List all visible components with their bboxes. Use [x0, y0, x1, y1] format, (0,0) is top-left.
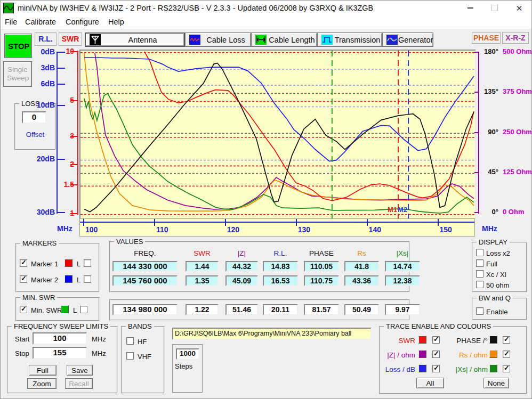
min-swr-rs-value: 50.49 [344, 304, 379, 315]
sweep-save-button[interactable]: Save [67, 365, 93, 376]
display-lossx2-label: Loss x2 [486, 249, 510, 257]
tab-return-loss[interactable]: R.L. [35, 32, 57, 46]
marker2-checkbox[interactable] [20, 275, 27, 283]
x-tick [154, 219, 155, 226]
marker2-lock-checkbox[interactable] [84, 275, 91, 283]
trace-rs-checkbox[interactable] [503, 351, 510, 358]
x-tick-label: 120 [227, 225, 239, 234]
trace-enable-group-title: TRACE ENABLE AND COLOURS [384, 322, 493, 330]
display-lossx2-checkbox[interactable] [476, 249, 483, 256]
trace-z-swatch[interactable] [418, 350, 426, 358]
min-swr-color-swatch[interactable] [61, 305, 69, 313]
x-axis-line [80, 222, 474, 223]
x-tick [225, 219, 226, 226]
display-full-checkbox[interactable] [476, 259, 483, 267]
trace-xs [84, 93, 474, 213]
sweep-stop-input[interactable]: 155 [33, 347, 87, 359]
trace-none-button[interactable]: None [483, 378, 509, 388]
menu-calibrate[interactable]: Calibrate [22, 17, 59, 28]
menu-file[interactable]: File [2, 17, 20, 28]
marker2-z-value: 45.09 [225, 275, 258, 286]
marker1-color-swatch[interactable] [65, 259, 72, 267]
minimize-icon [467, 7, 473, 9]
trace-z-label: |Z| / ohm [377, 351, 415, 359]
axis-label: 30dB [34, 208, 55, 216]
tab-swr[interactable]: SWR [59, 32, 82, 46]
trace-loss-swatch[interactable] [418, 364, 426, 372]
sweep-limits-group-title: FREQUENCY SWEEP LIMITS [12, 322, 110, 330]
bands-vhf-label: VHF [138, 353, 151, 361]
tab-phase[interactable]: PHASE [472, 32, 501, 44]
marker2-color-swatch[interactable] [65, 275, 72, 283]
trace-swr [144, 52, 474, 201]
min-swr-lock-checkbox[interactable] [80, 306, 87, 313]
cable-length-button[interactable]: Cable Length [251, 32, 317, 47]
trace-xs-swatch[interactable] [489, 364, 497, 372]
trace-rs-swatch[interactable] [489, 350, 497, 358]
chart-plot-area[interactable]: M1M2 [79, 50, 476, 219]
stop-button[interactable]: STOP [4, 34, 32, 58]
trace-phase-label: PHASE /° [445, 337, 488, 345]
app-icon [3, 3, 14, 13]
cable-loss-button-label: Cable Loss [201, 36, 251, 44]
sweep-recall-button[interactable]: Recall [65, 378, 93, 389]
close-button[interactable]: ✕ [507, 1, 531, 15]
sweep-full-button[interactable]: Full [29, 365, 57, 376]
min-swr-checkbox[interactable] [20, 306, 27, 313]
bands-hf-label: HF [138, 338, 147, 346]
display-xcxl-checkbox[interactable] [476, 270, 483, 278]
min-swr-phase-value: 81.57 [304, 304, 339, 315]
axis-label: 20dB [34, 154, 55, 163]
trace-loss-checkbox[interactable] [432, 365, 440, 372]
marker1-rl-value: 14.83 [263, 261, 298, 272]
single-sweep-button[interactable]: Single Sweep [3, 61, 32, 87]
maximize-button[interactable] [482, 1, 507, 15]
loss-offset-label[interactable]: Offset [20, 131, 51, 139]
markers-group-title: MARKERS [20, 239, 59, 247]
steps-input[interactable]: 1000 [176, 348, 199, 360]
bands-vhf-checkbox[interactable] [126, 352, 134, 360]
file-path-field[interactable]: D:\GRJ\SQ6ILB\Max 6\Programy\MiniVNA 233… [172, 328, 372, 340]
tab-xrz[interactable]: X-R-Z [502, 32, 529, 44]
x-tick-label: 150 [440, 225, 452, 234]
trace-swr-swatch[interactable] [418, 336, 426, 344]
marker1-checkbox[interactable] [20, 259, 27, 267]
marker1-freq-value: 144 330 000 [112, 261, 178, 272]
trace-phase-swatch[interactable] [489, 336, 497, 344]
trace-z-checkbox[interactable] [432, 351, 440, 358]
axis-label: 180° [478, 47, 498, 55]
antenna-button[interactable]: Antenna [85, 32, 185, 47]
transmission-icon [321, 34, 333, 45]
axis-label: 1.5 [58, 180, 74, 189]
bw-q-enable-checkbox[interactable] [476, 307, 483, 315]
axis-tick [70, 164, 77, 165]
generator-button[interactable]: Generator [382, 32, 433, 47]
marker1-lock-checkbox[interactable] [84, 259, 91, 267]
cable-loss-button[interactable]: Cable Loss [185, 32, 251, 47]
header-rl: R.L. [263, 249, 298, 258]
window-title: miniVNA by IW3HEV & IW3IJZ - 2 Port - RS… [18, 4, 373, 12]
steps-label: Steps [175, 362, 192, 370]
transmission-button-label: Transmission [333, 36, 382, 44]
display-50ohm-checkbox[interactable] [476, 281, 483, 288]
menu-configure[interactable]: Configure [62, 17, 102, 28]
marker2-phase-value: 110.75 [304, 275, 339, 286]
axis-label: 3 [58, 132, 74, 140]
x-axis-unit-left: MHz [57, 224, 72, 233]
trace-all-button[interactable]: All [416, 378, 444, 388]
trace-swr-checkbox[interactable] [432, 336, 440, 344]
axis-label: 500 Ohm [503, 47, 532, 55]
menu-help[interactable]: Help [105, 17, 127, 28]
antenna-button-label: Antenna [101, 36, 184, 44]
transmission-button[interactable]: Transmission [317, 32, 382, 47]
minimize-button[interactable] [458, 1, 482, 15]
x-tick [367, 219, 368, 226]
axis-tick [58, 212, 65, 213]
tab-xrz-label: X-R-Z [505, 34, 525, 42]
loss-offset-input[interactable]: 0 [22, 111, 46, 124]
sweep-start-input[interactable]: 100 [33, 332, 87, 345]
trace-xs-checkbox[interactable] [503, 365, 510, 372]
trace-phase-checkbox[interactable] [503, 336, 510, 344]
bands-hf-checkbox[interactable] [126, 337, 134, 345]
sweep-zoom-button[interactable]: Zoom [27, 378, 57, 389]
